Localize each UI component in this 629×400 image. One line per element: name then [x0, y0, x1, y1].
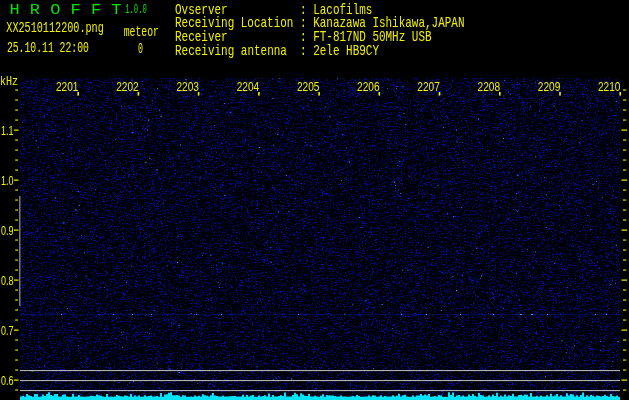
svg-text:Receiving antenna : 2ele HB9C: Receiving antenna : 2ele HB9CY	[175, 43, 379, 59]
svg-text:meteor: meteor	[124, 24, 159, 40]
svg-text:2207: 2207	[417, 79, 440, 94]
svg-text:0: 0	[138, 41, 143, 57]
svg-text:2205: 2205	[297, 79, 320, 94]
svg-text:1.0: 1.0	[1, 173, 14, 188]
svg-text:2202: 2202	[116, 79, 139, 94]
svg-text:1.0.0: 1.0.0	[125, 3, 147, 17]
svg-text:1.1: 1.1	[1, 123, 14, 138]
svg-text:0.6: 0.6	[1, 373, 14, 388]
svg-text:2201: 2201	[56, 79, 79, 94]
svg-text:2208: 2208	[478, 79, 501, 94]
svg-text:H R O F F T: H R O F F T	[10, 2, 122, 18]
svg-text:2203: 2203	[176, 79, 199, 94]
svg-text:XX2510112200.png: XX2510112200.png	[6, 20, 104, 36]
svg-text:2209: 2209	[538, 79, 561, 94]
svg-text:0.7: 0.7	[1, 323, 14, 338]
svg-text:2204: 2204	[237, 79, 260, 94]
svg-text:2206: 2206	[357, 79, 380, 94]
svg-text:0.8: 0.8	[1, 273, 14, 288]
svg-text:kHz: kHz	[0, 74, 18, 89]
svg-text:2210: 2210	[598, 79, 621, 94]
svg-text:25.10.11 22:00: 25.10.11 22:00	[7, 40, 89, 56]
svg-text:0.9: 0.9	[1, 223, 14, 238]
